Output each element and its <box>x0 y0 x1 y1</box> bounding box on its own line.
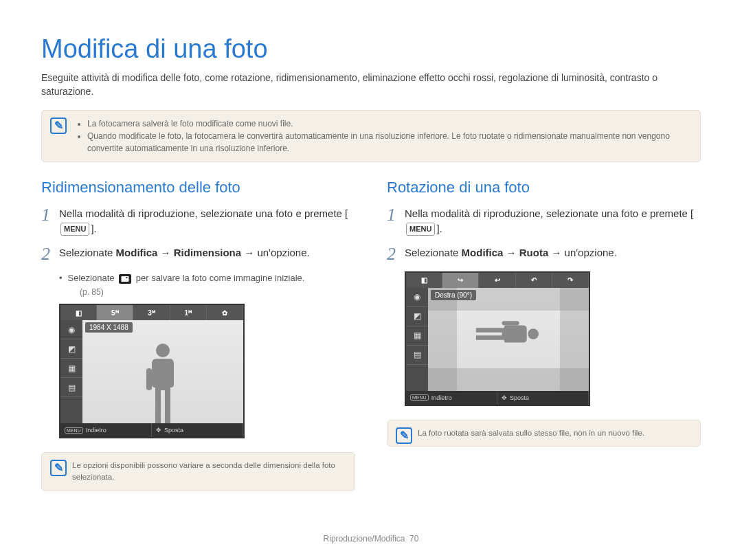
resize-heading: Ridimensionamento delle foto <box>41 179 355 197</box>
lcd-tab: 3ᴹ <box>133 305 170 320</box>
lcd-tab: ↶ <box>516 273 552 288</box>
step-text: ]. <box>91 223 96 234</box>
resize-step-1: 1 Nella modalità di riproduzione, selezi… <box>41 206 355 237</box>
page-reference: (p. 85) <box>80 287 355 297</box>
step-number: 1 <box>41 206 59 224</box>
svg-rect-5 <box>502 321 519 325</box>
move-icon: ✥ <box>156 427 161 434</box>
lcd-side-icon: ◉ <box>60 320 82 339</box>
svg-rect-3 <box>146 368 152 390</box>
menu-mini-label: MENU <box>65 427 83 434</box>
resize-note-box: ✎ Le opzioni disponibili possono variare… <box>41 452 355 491</box>
step-text: Nella modalità di riproduzione, selezion… <box>59 208 348 219</box>
rotate-step-2: 2 Selezionate Modifica → Ruota → un'opzi… <box>387 245 701 263</box>
lcd-tab: 5ᴹ <box>97 305 133 320</box>
step-text: Selezionate <box>405 247 462 258</box>
person-silhouette-rotated <box>474 319 543 349</box>
footer-section: Riproduzione/Modifica <box>324 534 405 544</box>
step-text-bold: Modifica → Ridimensiona <box>116 247 242 258</box>
lcd-back: MENU Indietro <box>60 423 152 437</box>
lcd-side-icon: ▤ <box>406 346 428 365</box>
step-text: Nella modalità di riproduzione, selezion… <box>405 208 693 219</box>
lcd-tab: ↪ <box>442 273 479 288</box>
lcd-side-icon: ◩ <box>60 339 82 359</box>
resize-note-text: Le opzioni disponibili possono variare a… <box>72 461 335 481</box>
footer-page-number: 70 <box>409 534 418 544</box>
svg-point-1 <box>126 276 128 278</box>
lcd-side-icon: ▦ <box>406 326 428 346</box>
top-note-item: La fotocamera salverà le foto modificate… <box>87 117 690 130</box>
lcd-side-icon: ◉ <box>406 288 428 307</box>
substep-text: per salvare la foto come immagine inizia… <box>133 273 304 283</box>
step-text: Selezionate <box>59 247 116 258</box>
step-text-bold: Modifica → Ruota <box>462 247 549 258</box>
lcd-side-icon: ▦ <box>60 359 82 378</box>
top-note-item: Quando modificate le foto, la fotocamera… <box>87 130 690 155</box>
lcd-rotate-label: Destra (90°) <box>431 290 476 300</box>
top-note-box: ✎ La fotocamera salverà le foto modifica… <box>41 110 701 162</box>
lcd-back: MENU Indietro <box>406 391 497 405</box>
rotate-heading: Rotazione di una foto <box>387 179 701 197</box>
lcd-tab: ↩ <box>479 273 515 288</box>
step-number: 2 <box>387 245 405 263</box>
rotate-step-1: 1 Nella modalità di riproduzione, selezi… <box>387 206 701 237</box>
substep-text: Selezionate <box>68 273 117 283</box>
note-icon: ✎ <box>396 427 412 444</box>
menu-mini-label: MENU <box>410 394 429 401</box>
lcd-rotate: ◧ ↪ ↩ ↶ ↷ ◉ ◩ ▦ ▤ Destra (90°) <box>405 271 590 406</box>
menu-button-label: MENU <box>406 223 435 236</box>
page-title: Modifica di una foto <box>41 34 701 64</box>
lcd-side-icon: ▤ <box>60 378 82 397</box>
page-footer: Riproduzione/Modifica 70 <box>0 534 742 544</box>
resize-step-2: 2 Selezionate Modifica → Ridimensiona → … <box>41 245 355 263</box>
intro-text: Eseguite attività di modifica delle foto… <box>41 71 701 99</box>
step-text: → un'opzione. <box>548 247 617 258</box>
step-text: ]. <box>436 223 442 234</box>
svg-rect-0 <box>122 276 129 282</box>
svg-point-4 <box>528 328 539 339</box>
lcd-tab: ◧ <box>406 273 442 288</box>
lcd-tab: 1ᴹ <box>170 305 207 320</box>
resize-substep: • Selezionate per salvare la foto come i… <box>59 271 355 285</box>
step-text: → un'opzione. <box>241 247 310 258</box>
left-column: Ridimensionamento delle foto 1 Nella mod… <box>41 179 355 508</box>
rotate-note-box: ✎ La foto ruotata sarà salvata sullo ste… <box>387 420 701 447</box>
move-icon: ✥ <box>502 394 507 401</box>
svg-point-2 <box>156 344 170 357</box>
note-icon: ✎ <box>50 460 67 476</box>
lcd-side-icon: ◩ <box>406 307 428 326</box>
step-number: 1 <box>387 206 405 224</box>
lcd-tab: ✿ <box>207 305 243 320</box>
lcd-move: ✥ Sposta <box>152 423 243 437</box>
menu-button-label: MENU <box>60 223 89 236</box>
note-icon: ✎ <box>50 117 67 134</box>
lcd-resize: ◧ 5ᴹ 3ᴹ 1ᴹ ✿ ◉ ◩ ▦ ▤ 1984 X 1488 <box>59 304 245 438</box>
right-column: Rotazione di una foto 1 Nella modalità d… <box>387 179 701 508</box>
step-number: 2 <box>41 245 59 263</box>
lcd-move: ✥ Sposta <box>497 391 589 405</box>
lcd-resolution-label: 1984 X 1488 <box>85 322 133 333</box>
start-image-icon <box>119 274 131 284</box>
lcd-tab: ↷ <box>552 273 589 288</box>
rotate-note-text: La foto ruotata sarà salvata sullo stess… <box>418 429 644 437</box>
lcd-tab: ◧ <box>60 305 97 320</box>
person-silhouette <box>144 341 182 423</box>
